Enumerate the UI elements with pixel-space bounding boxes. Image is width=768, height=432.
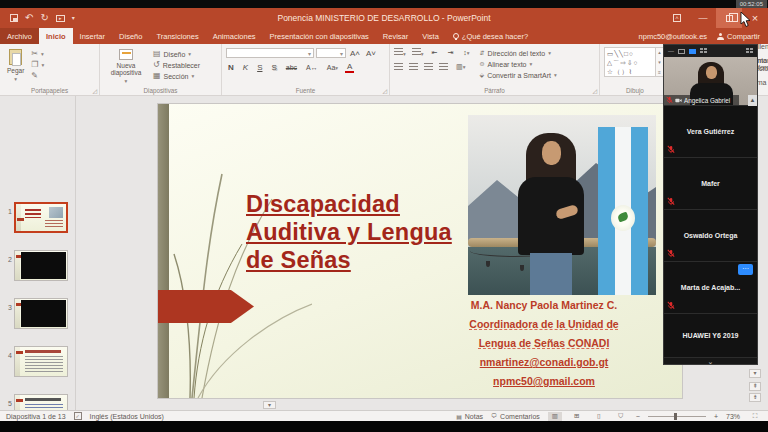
columns-button[interactable]: ▥▾ <box>454 63 467 71</box>
tab-archivo[interactable]: Archivo <box>0 28 39 44</box>
align-text-button[interactable]: ⊜Alinear texto▾ <box>480 59 557 69</box>
chevron-down-icon: ▾ <box>14 76 17 82</box>
light-bulb <box>486 261 490 267</box>
panel-scroll-up-button[interactable]: ▲ <box>748 95 757 106</box>
font-name-combo[interactable]: ▾ <box>226 48 314 58</box>
accessibility-checker-icon[interactable]: ✓ <box>74 412 82 420</box>
bullets-button[interactable]: ▾ <box>394 48 406 57</box>
align-center-button[interactable] <box>409 63 418 71</box>
shapes-gallery[interactable]: ▭╲╲□○△⌒⇨⇩○☆（）⌇ <box>604 47 656 77</box>
outdent-button[interactable]: ⇤ <box>430 49 440 57</box>
copy-icon[interactable]: ❐ <box>31 60 38 70</box>
clipboard-dialog-launcher[interactable]: ◿ <box>92 87 97 94</box>
participant-tile[interactable]: Mafer <box>664 157 757 209</box>
format-painter-icon[interactable]: ✎ <box>31 71 38 81</box>
tab-animaciones[interactable]: Animaciones <box>206 28 263 44</box>
text-shadow-button[interactable]: S <box>269 63 278 72</box>
tell-me-box[interactable]: ¿Qué desea hacer? <box>446 28 535 44</box>
tab-inicio[interactable]: Inicio <box>39 28 73 44</box>
share-button[interactable]: Compartir <box>717 32 760 41</box>
tab-vista[interactable]: Vista <box>415 28 446 44</box>
slide-thumbnail-2[interactable] <box>14 250 68 281</box>
account-email[interactable]: npmc50@outlook.es <box>639 32 708 41</box>
minimize-button[interactable]: — <box>690 8 716 28</box>
indent-button[interactable]: ⇥ <box>445 49 455 57</box>
participant-tile-video[interactable]: Angelica Gabriel <box>664 57 757 105</box>
fit-to-window-button[interactable]: ⛶ <box>748 412 762 421</box>
align-left-button[interactable] <box>394 63 403 71</box>
gallery-view-icon[interactable] <box>689 49 696 54</box>
font-color-button[interactable]: A <box>345 62 354 73</box>
shrink-font-icon[interactable]: A˅ <box>364 49 378 58</box>
pane-collapse-button[interactable]: ▾ <box>263 401 276 409</box>
grow-font-icon[interactable]: A˄ <box>348 49 362 58</box>
tab-presentacion[interactable]: Presentación con diapositivas <box>263 28 376 44</box>
numbering-button[interactable]: ▾ <box>412 48 424 57</box>
zoom-out-button[interactable]: − <box>636 413 640 420</box>
reset-button[interactable]: ↺Restablecer <box>153 60 200 70</box>
section-button[interactable]: ▦Sección▾ <box>153 71 200 81</box>
slide-canvas[interactable]: Discapacidad Auditiva y Lengua de Señas <box>158 104 682 398</box>
font-size-combo[interactable]: ▾ <box>316 48 346 58</box>
panel-collapse-chevron[interactable]: ⌄ <box>664 357 757 365</box>
restore-button[interactable] <box>716 8 742 28</box>
tab-insertar[interactable]: Insertar <box>73 28 112 44</box>
underline-button[interactable]: S <box>255 63 264 72</box>
speaker-view-icon[interactable] <box>678 49 685 54</box>
next-slide-button[interactable]: ⇟ <box>749 393 761 402</box>
comments-button[interactable]: 🗩Comentarios <box>491 413 540 420</box>
paragraph-dialog-launcher[interactable]: ◿ <box>592 87 597 94</box>
font-dialog-launcher[interactable]: ◿ <box>382 87 387 94</box>
zoom-slider[interactable] <box>648 416 706 417</box>
zoom-slider-thumb[interactable] <box>674 413 677 420</box>
strikethrough-button[interactable]: abc <box>284 64 299 71</box>
justify-button[interactable] <box>439 63 448 71</box>
participant-tile[interactable]: HUAWEI Y6 2019 <box>664 313 757 357</box>
align-right-button[interactable] <box>424 63 433 71</box>
tab-revisar[interactable]: Revisar <box>376 28 415 44</box>
woman-face <box>542 141 561 165</box>
participant-tile[interactable]: Vera Gutiérrez <box>664 105 757 157</box>
paste-button[interactable]: Pegar ▾ <box>4 47 27 84</box>
panel-minimize-icon[interactable]: — <box>668 48 674 54</box>
participant-tile[interactable]: Oswaldo Ortega <box>664 209 757 261</box>
ribbon-display-options-button[interactable]: ˄ <box>664 8 690 28</box>
slideshow-view-button[interactable]: ⛉ <box>614 412 628 421</box>
tab-diseno[interactable]: Diseño <box>112 28 149 44</box>
email-link-1[interactable]: nmartinez@conadi.gob.gt <box>420 353 668 372</box>
text-direction-button[interactable]: ⇵Dirección del texto▾ <box>480 48 557 58</box>
email-link-2[interactable]: npmc50@gmail.com <box>420 372 668 391</box>
grid-view-icon[interactable] <box>700 48 707 54</box>
paragraph-group-label: Párrafo <box>390 87 599 94</box>
line-spacing-button[interactable]: ↕▾ <box>461 49 471 56</box>
contact-text-block[interactable]: M.A. Nancy Paola Martinez C. Coordinador… <box>420 296 668 391</box>
slide-sorter-view-button[interactable]: ⊞ <box>570 412 584 421</box>
smartart-button[interactable]: ⬙Convertir a SmartArt▾ <box>480 70 557 80</box>
mic-muted-icon <box>667 301 675 310</box>
new-slide-button[interactable]: Nueva diapositiva ▾ <box>104 47 148 86</box>
language-indicator[interactable]: Inglés (Estados Unidos) <box>90 413 164 420</box>
italic-button[interactable]: K <box>241 63 250 72</box>
previous-slide-button[interactable]: ⇞ <box>749 382 761 391</box>
more-options-button[interactable]: ⋯ <box>738 264 753 275</box>
slide-thumbnail-1[interactable] <box>14 202 68 233</box>
cut-icon[interactable]: ✂ <box>31 49 38 59</box>
reading-view-button[interactable]: ▯ <box>592 412 606 421</box>
zoom-level[interactable]: 73% <box>726 413 740 420</box>
zoom-in-button[interactable]: + <box>714 413 718 420</box>
tab-transiciones[interactable]: Transiciones <box>149 28 205 44</box>
paste-icon <box>9 49 22 65</box>
change-case-button[interactable]: Aa▾ <box>325 64 340 71</box>
slide-photo[interactable] <box>468 115 656 295</box>
slide-thumbnail-3[interactable] <box>14 298 68 329</box>
thumb-number: 1 <box>4 208 12 215</box>
slide-thumbnail-4[interactable] <box>14 346 68 377</box>
normal-view-button[interactable]: ▥ <box>548 412 562 421</box>
person-icon <box>717 33 724 40</box>
design-button[interactable]: ▤Diseño▾ <box>153 49 200 59</box>
bold-button[interactable]: N <box>226 63 236 72</box>
fullscreen-icon[interactable] <box>746 48 753 54</box>
scroll-down-button[interactable]: ▾ <box>749 369 761 378</box>
char-spacing-button[interactable]: A↔ <box>304 64 320 71</box>
notes-button[interactable]: ▤Notas <box>456 413 483 420</box>
